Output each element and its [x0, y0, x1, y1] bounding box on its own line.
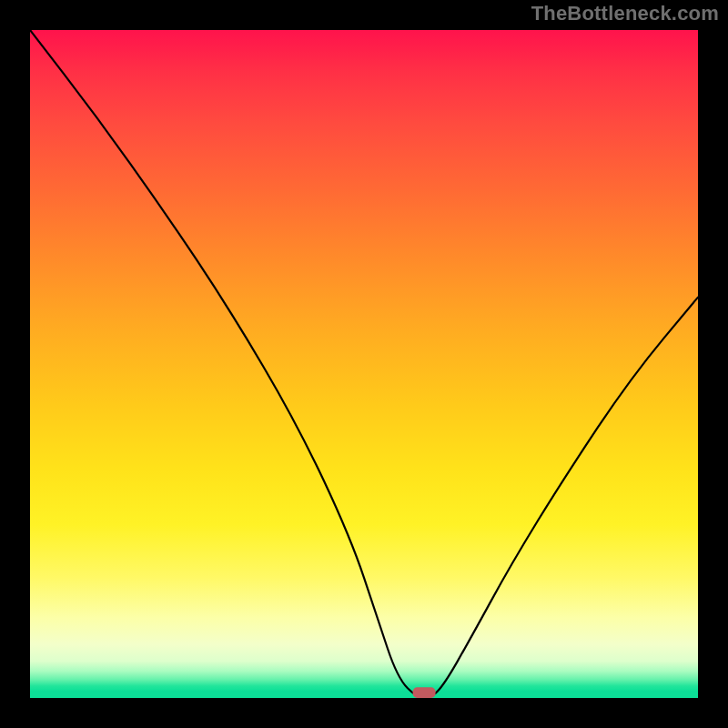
watermark-text: TheBottleneck.com [531, 2, 719, 25]
bottleneck-curve [30, 30, 698, 698]
chart-frame: TheBottleneck.com [0, 0, 728, 728]
plot-area [30, 30, 698, 698]
optimum-marker [413, 687, 436, 698]
curve-layer [30, 30, 698, 698]
